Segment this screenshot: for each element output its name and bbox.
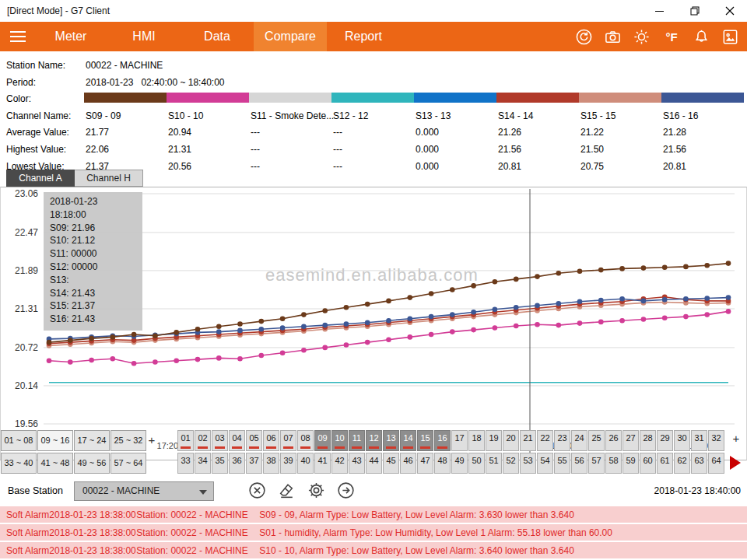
channel-cell-39[interactable]: 39 [280, 453, 296, 474]
channel-cell-18[interactable]: 18 [468, 430, 485, 451]
channel-cell-63[interactable]: 63 [691, 453, 707, 474]
tab-channel-h[interactable]: Channel H [75, 170, 143, 187]
hamburger-menu-icon[interactable] [0, 22, 34, 51]
channel-cell-44[interactable]: 44 [366, 453, 382, 474]
channel-cell-04[interactable]: 04 [229, 430, 245, 451]
tab-channel-a[interactable]: Channel A [6, 170, 75, 187]
channel-cell-27[interactable]: 27 [622, 430, 639, 451]
channel-cell-55[interactable]: 55 [554, 453, 570, 474]
expand-channels-button[interactable]: + [730, 432, 742, 445]
channel-cell-02[interactable]: 02 [195, 430, 211, 451]
channel-cell-09[interactable]: 09 [314, 430, 331, 451]
next-channels-arrow-icon[interactable] [730, 456, 741, 470]
clear-icon[interactable] [247, 481, 267, 500]
channel-cell-36[interactable]: 36 [229, 453, 245, 474]
channel-cell-57[interactable]: 57 [588, 453, 605, 474]
tab-data[interactable]: Data [181, 22, 254, 51]
channel-cell-15[interactable]: 15 [417, 430, 433, 451]
channel-cell-47[interactable]: 47 [417, 453, 433, 474]
channel-cell-50[interactable]: 50 [468, 453, 485, 474]
channel-cell-49[interactable]: 49 [451, 453, 468, 474]
refresh-icon[interactable] [575, 28, 593, 46]
channel-range-button[interactable]: 33 ~ 40 [1, 453, 37, 474]
alarm-row[interactable]: Soft Alarm2018-01-23 18:38:00Station: 00… [0, 542, 747, 558]
channel-cell-07[interactable]: 07 [280, 430, 296, 451]
channel-cell-54[interactable]: 54 [537, 453, 553, 474]
tab-meter[interactable]: Meter [34, 22, 107, 51]
channel-cell-48[interactable]: 48 [434, 453, 451, 474]
alarm-row[interactable]: Soft Alarm2018-01-23 18:38:00Station: 00… [0, 506, 747, 523]
export-image-icon[interactable] [721, 28, 739, 46]
expand-channels-button[interactable]: + [146, 433, 158, 446]
tab-compare[interactable]: Compare [254, 22, 327, 51]
channel-range-button[interactable]: 25 ~ 32 [110, 430, 146, 451]
close-button[interactable] [712, 0, 747, 22]
channel-cell-29[interactable]: 29 [657, 430, 673, 451]
channel-range-button[interactable]: 57 ~ 64 [110, 453, 146, 474]
channel-cell-64[interactable]: 64 [708, 453, 724, 474]
channel-cell-42[interactable]: 42 [331, 453, 348, 474]
channel-cell-05[interactable]: 05 [246, 430, 262, 451]
channel-cell-17[interactable]: 17 [451, 430, 468, 451]
channel-cell-20[interactable]: 20 [503, 430, 519, 451]
channel-cell-51[interactable]: 51 [486, 453, 502, 474]
channel-cell-11[interactable]: 11 [349, 430, 365, 451]
channel-cell-22[interactable]: 22 [537, 430, 553, 451]
channel-cell-45[interactable]: 45 [383, 453, 399, 474]
channel-cell-38[interactable]: 38 [263, 453, 279, 474]
channel-cell-56[interactable]: 56 [571, 453, 587, 474]
tab-hmi[interactable]: HMI [107, 22, 181, 51]
channel-cell-31[interactable]: 31 [691, 430, 707, 451]
channel-cell-62[interactable]: 62 [674, 453, 690, 474]
channel-cell-12[interactable]: 12 [366, 430, 382, 451]
settings-gear-icon[interactable] [307, 481, 326, 500]
channel-cell-21[interactable]: 21 [520, 430, 536, 451]
channel-cell-30[interactable]: 30 [674, 430, 690, 451]
channel-cell-40[interactable]: 40 [297, 453, 314, 474]
channel-cell-43[interactable]: 43 [349, 453, 365, 474]
channel-cell-24[interactable]: 24 [571, 430, 587, 451]
channel-range-button[interactable]: 41 ~ 48 [37, 453, 73, 474]
channel-cell-46[interactable]: 46 [400, 453, 416, 474]
channel-cell-08[interactable]: 08 [297, 430, 314, 451]
channel-cell-37[interactable]: 37 [246, 453, 262, 474]
channel-cell-53[interactable]: 53 [520, 453, 536, 474]
channel-cell-14[interactable]: 14 [400, 430, 416, 451]
channel-cell-52[interactable]: 52 [503, 453, 519, 474]
channel-cell-26[interactable]: 26 [605, 430, 622, 451]
channel-cell-01[interactable]: 01 [177, 430, 194, 451]
channel-cell-35[interactable]: 35 [212, 453, 228, 474]
channel-cell-34[interactable]: 34 [195, 453, 211, 474]
channel-cell-28[interactable]: 28 [640, 430, 656, 451]
channel-cell-58[interactable]: 58 [605, 453, 622, 474]
minimize-button[interactable] [642, 0, 677, 22]
channel-cell-06[interactable]: 06 [263, 430, 279, 451]
channel-cell-16[interactable]: 16 [434, 430, 451, 451]
channel-range-button[interactable]: 09 ~ 16 [37, 430, 73, 451]
erase-icon[interactable] [277, 481, 296, 500]
go-icon[interactable] [336, 481, 356, 500]
maximize-button[interactable] [677, 0, 712, 22]
channel-cell-61[interactable]: 61 [657, 453, 673, 474]
channel-cell-10[interactable]: 10 [331, 430, 348, 451]
channel-cell-32[interactable]: 32 [708, 430, 724, 451]
alarm-bell-icon[interactable] [693, 28, 710, 46]
camera-icon[interactable] [604, 28, 622, 46]
base-station-dropdown[interactable]: 00022 - MACHINE [74, 481, 214, 501]
alarm-row[interactable]: Soft Alarm2018-01-23 18:38:00Station: 00… [0, 524, 747, 541]
fahrenheit-icon[interactable]: °F [661, 30, 682, 44]
channel-cell-60[interactable]: 60 [640, 453, 656, 474]
channel-cell-03[interactable]: 03 [212, 430, 228, 451]
channel-range-button[interactable]: 49 ~ 56 [74, 453, 110, 474]
tab-report[interactable]: Report [327, 22, 400, 51]
channel-range-button[interactable]: 01 ~ 08 [1, 430, 37, 451]
channel-cell-19[interactable]: 19 [486, 430, 502, 451]
channel-cell-23[interactable]: 23 [554, 430, 570, 451]
channel-range-button[interactable]: 17 ~ 24 [74, 430, 110, 451]
channel-cell-59[interactable]: 59 [622, 453, 639, 474]
channel-cell-33[interactable]: 33 [177, 453, 194, 474]
channel-cell-13[interactable]: 13 [383, 430, 399, 451]
channel-cell-41[interactable]: 41 [314, 453, 331, 474]
channel-cell-25[interactable]: 25 [588, 430, 605, 451]
brightness-icon[interactable] [633, 28, 651, 46]
